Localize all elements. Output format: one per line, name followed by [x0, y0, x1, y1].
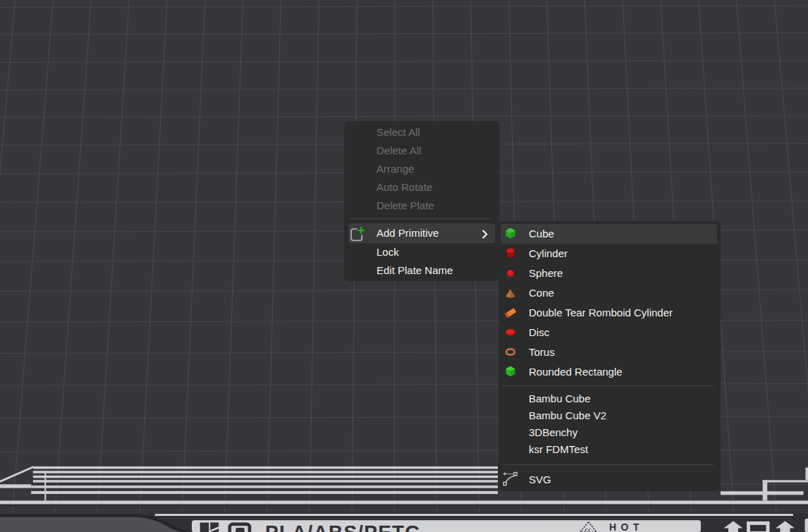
- svg-text:PLA/ABS/PETG: PLA/ABS/PETG: [265, 521, 421, 532]
- svg-text:HOT: HOT: [609, 521, 644, 532]
